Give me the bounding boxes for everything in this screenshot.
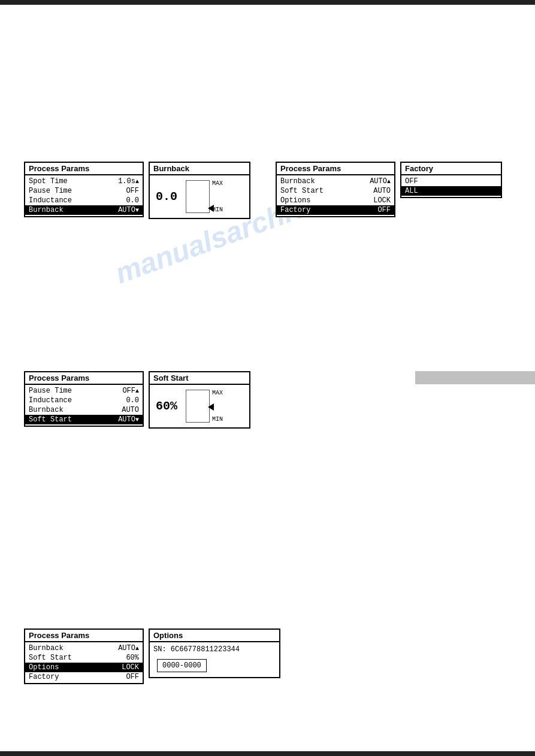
- burnback-title: Burnback: [150, 163, 249, 175]
- row-label: Factory: [29, 673, 109, 681]
- softstart-body: 60% MAX MIN: [150, 385, 249, 427]
- row-value: LOCK: [109, 663, 139, 672]
- row-value: AUTO: [109, 206, 139, 214]
- table-row: Inductance 0.0: [25, 196, 143, 205]
- row-label: Soft Start: [29, 654, 109, 662]
- section1-process-params-body: Spot Time 1.0s Pause Time OFF Inductance…: [25, 175, 143, 216]
- table-row-highlighted: Factory OFF: [277, 205, 394, 215]
- table-row: Inductance 0.0: [25, 396, 143, 405]
- arrow-up-icon: [387, 177, 391, 186]
- softstart-panel: Soft Start 60% MAX MIN: [149, 371, 250, 429]
- options-title: Options: [150, 630, 279, 642]
- table-row: Pause Time OFF: [25, 386, 143, 396]
- row-value: 0.0: [109, 196, 139, 205]
- slider-thumb-icon: [208, 205, 214, 212]
- max-label: MAX: [212, 390, 223, 396]
- section2-process-params-title: Process Params: [25, 372, 143, 385]
- table-row: Options LOCK: [277, 196, 394, 205]
- row-value: OFF: [109, 673, 139, 681]
- row-label: Pause Time: [29, 187, 109, 195]
- slider-thumb-icon: [208, 403, 214, 411]
- row-label: Soft Start: [29, 415, 109, 424]
- table-row: Burnback AUTO: [277, 177, 394, 186]
- row-label: Burnback: [29, 406, 109, 414]
- section1r-process-params-panel: Process Params Burnback AUTO Soft Start …: [276, 162, 395, 217]
- burnback-body: 0.0 MAX MIN: [150, 175, 249, 218]
- gray-bar: [415, 371, 535, 384]
- row-value: AUTO: [109, 644, 139, 652]
- factory-panel: Factory OFF ALL: [400, 162, 502, 198]
- table-row-highlighted: Burnback AUTO: [25, 205, 143, 215]
- table-row: Spot Time 1.0s: [25, 177, 143, 186]
- row-value: OFF: [109, 387, 139, 395]
- section1-process-params-title: Process Params: [25, 163, 143, 175]
- factory-item-highlighted: ALL: [401, 186, 501, 196]
- row-value: LOCK: [361, 196, 391, 205]
- softstart-title: Soft Start: [150, 372, 249, 385]
- row-label: Options: [29, 663, 109, 672]
- section1-process-params-panel: Process Params Spot Time 1.0s Pause Time…: [24, 162, 144, 217]
- table-row: Burnback AUTO: [25, 405, 143, 415]
- bottom-bar: [0, 751, 535, 756]
- arrow-up-icon: [135, 644, 139, 652]
- table-row: Soft Start 60%: [25, 653, 143, 663]
- row-label: Inductance: [29, 396, 109, 405]
- row-value: 1.0s: [109, 177, 139, 186]
- section3-process-params-panel: Process Params Burnback AUTO Soft Start …: [24, 629, 144, 684]
- row-value: 0.0: [109, 396, 139, 405]
- options-panel: Options SN: 6C66778811223344 0000-0000: [149, 629, 280, 678]
- burnback-panel: Burnback 0.0 MAX MIN: [149, 162, 250, 219]
- burnback-value: 0.0: [156, 190, 180, 204]
- factory-body: OFF ALL: [401, 175, 501, 197]
- top-bar: [0, 0, 535, 5]
- section1r-process-params-title: Process Params: [277, 163, 394, 175]
- options-sn: SN: 6C66778811223344: [150, 643, 279, 655]
- row-value: AUTO: [109, 406, 139, 414]
- row-label: Burnback: [29, 644, 109, 652]
- table-row: Soft Start AUTO: [277, 186, 394, 196]
- row-label: Burnback: [280, 177, 361, 186]
- arrow-up-icon: [135, 177, 139, 186]
- min-label: MIN: [212, 416, 223, 423]
- row-label: Burnback: [29, 206, 109, 214]
- row-value: AUTO: [361, 177, 391, 186]
- table-row-highlighted: Soft Start AUTO: [25, 415, 143, 424]
- softstart-value: 60%: [156, 399, 180, 413]
- max-label: MAX: [212, 180, 223, 187]
- arrow-up-icon: [135, 387, 139, 395]
- section3-process-params-title: Process Params: [25, 630, 143, 642]
- arrow-down-icon: [135, 206, 139, 214]
- section1r-process-params-body: Burnback AUTO Soft Start AUTO Options LO…: [277, 175, 394, 216]
- table-row: Burnback AUTO: [25, 643, 143, 653]
- section3-process-params-body: Burnback AUTO Soft Start 60% Options LOC…: [25, 642, 143, 683]
- section2-process-params-body: Pause Time OFF Inductance 0.0 Burnback A…: [25, 385, 143, 426]
- row-label: Pause Time: [29, 387, 109, 395]
- row-label: Options: [280, 196, 361, 205]
- table-row-highlighted: Options LOCK: [25, 663, 143, 672]
- section2-process-params-panel: Process Params Pause Time OFF Inductance…: [24, 371, 144, 427]
- options-body: SN: 6C66778811223344 0000-0000: [150, 642, 279, 677]
- row-value: OFF: [361, 206, 391, 214]
- options-code: 0000-0000: [157, 659, 207, 672]
- row-value: AUTO: [109, 415, 139, 424]
- table-row: Pause Time OFF: [25, 186, 143, 196]
- burnback-slider: [186, 180, 210, 213]
- table-row: Factory OFF: [25, 672, 143, 682]
- arrow-down-icon: [135, 415, 139, 424]
- row-label: Inductance: [29, 196, 109, 205]
- row-value: OFF: [109, 187, 139, 195]
- row-label: Soft Start: [280, 187, 361, 195]
- row-value: AUTO: [361, 187, 391, 195]
- row-label: Spot Time: [29, 177, 109, 186]
- factory-item: OFF: [401, 177, 501, 186]
- factory-title: Factory: [401, 163, 501, 175]
- row-value: 60%: [109, 654, 139, 662]
- row-label: Factory: [280, 206, 361, 214]
- softstart-slider: [186, 390, 210, 423]
